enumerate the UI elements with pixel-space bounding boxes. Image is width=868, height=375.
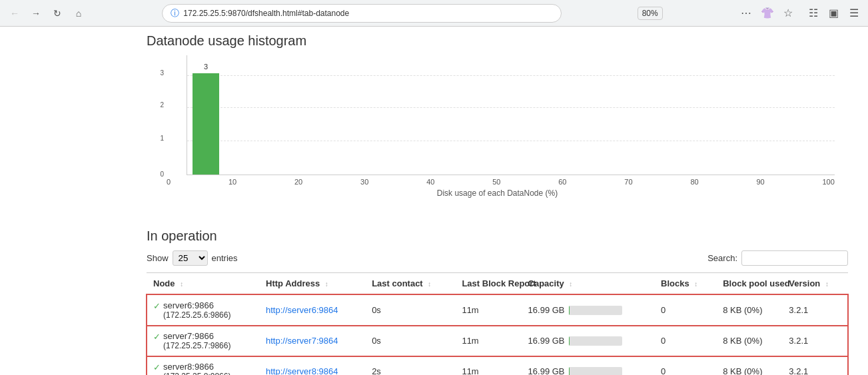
node-ip-2: (172.25.25.8:9866) — [163, 372, 230, 375]
sort-icon-node: ↕ — [180, 280, 183, 288]
chart-area: 3 — [187, 55, 835, 175]
table-controls: Show 10 25 50 100 entries Search: — [147, 250, 848, 266]
cell-contact-0: 0s — [365, 294, 455, 326]
capacity-number-2: 16.99 GB — [528, 366, 565, 375]
search-label: Search: — [707, 253, 737, 263]
table-body: ✓ server6:9866 (172.25.25.6:9866) http:/… — [147, 294, 848, 375]
http-link-1[interactable]: http://server7:9864 — [266, 336, 338, 346]
status-icon-2: ✓ — [153, 362, 161, 372]
home-button[interactable]: ⌂ — [71, 5, 87, 21]
cell-block-report-2: 11m — [455, 356, 521, 376]
cell-node-0: ✓ server6:9866 (172.25.25.6:9866) — [147, 294, 259, 326]
y-tick-1: 1 — [160, 135, 164, 142]
sort-icon-ver: ↕ — [825, 280, 829, 288]
table-row: ✓ server8:9866 (172.25.25.8:9866) http:/… — [147, 356, 848, 376]
table-wrapper: Node ↕ Http Address ↕ Last contact ↕ Las… — [147, 272, 848, 375]
entries-suffix: entries — [212, 253, 238, 263]
http-link-0[interactable]: http://server6:9864 — [266, 305, 338, 315]
col-last-contact[interactable]: Last contact ↕ — [365, 273, 455, 295]
y-tick-3: 3 — [160, 69, 164, 77]
menu-icon[interactable]: ☰ — [847, 5, 861, 21]
cell-capacity-2: 16.99 GB — [522, 356, 654, 376]
reload-button[interactable]: ↻ — [49, 5, 65, 21]
node-name-0: server6:9866 — [163, 300, 230, 310]
histogram-container: 0 1 2 3 3 0 10 20 30 40 — [147, 55, 848, 202]
http-link-2[interactable]: http://server8:9864 — [266, 366, 338, 375]
node-ip-0: (172.25.25.6:9866) — [163, 310, 230, 320]
library-icon[interactable]: ☷ — [806, 5, 821, 21]
browser-actions: ⋯ 👚 ☆ — [738, 5, 795, 21]
cell-capacity-1: 16.99 GB — [522, 326, 654, 356]
sort-icon-http: ↕ — [325, 280, 328, 288]
sort-icon-cap: ↕ — [569, 280, 572, 288]
table-row: ✓ server6:9866 (172.25.25.6:9866) http:/… — [147, 294, 848, 326]
cell-pool-0: 8 KB (0%) — [716, 294, 782, 326]
search-control: Search: — [707, 250, 848, 266]
cell-version-0: 3.2.1 — [782, 294, 848, 326]
col-capacity[interactable]: Capacity ↕ — [522, 273, 654, 295]
show-label: Show — [147, 253, 169, 263]
node-name-2: server8:9866 — [163, 362, 230, 372]
capacity-bar-fill-1 — [569, 336, 570, 346]
capacity-bar-bg-0 — [569, 306, 622, 315]
page-content: Datanode usage histogram 0 1 2 3 3 — [0, 27, 868, 375]
address-bar: ⓘ 172.25.25.5:9870/dfshealth.html#tab-da… — [162, 4, 562, 23]
url-text: 172.25.25.5:9870/dfshealth.html#tab-data… — [183, 9, 349, 18]
col-node[interactable]: Node ↕ — [147, 273, 259, 295]
in-operation-title: In operation — [147, 222, 848, 244]
cell-block-report-0: 11m — [455, 294, 521, 326]
cell-blocks-0: 0 — [654, 294, 716, 326]
cell-pool-1: 8 KB (0%) — [716, 326, 782, 356]
bookmark-button[interactable]: ☆ — [781, 5, 795, 21]
forward-button[interactable]: → — [28, 5, 44, 21]
x-axis-labels: 0 10 20 30 40 50 60 70 80 90 100 — [167, 178, 835, 186]
pocket-button[interactable]: 👚 — [758, 5, 777, 21]
capacity-bar-fill-2 — [569, 367, 570, 376]
col-pool[interactable]: Block pool used ↕ — [716, 273, 782, 295]
y-tick-0: 0 — [160, 171, 164, 178]
col-version[interactable]: Version ↕ — [782, 273, 848, 295]
tabs-icon[interactable]: ▣ — [826, 5, 841, 21]
cell-node-2: ✓ server8:9866 (172.25.25.8:9866) — [147, 356, 259, 376]
more-button[interactable]: ⋯ — [738, 5, 754, 21]
bar-value: 3 — [193, 63, 219, 71]
cell-version-2: 3.2.1 — [782, 356, 848, 376]
cell-pool-2: 8 KB (0%) — [716, 356, 782, 376]
cell-contact-1: 0s — [365, 326, 455, 356]
histogram-title: Datanode usage histogram — [147, 27, 848, 49]
col-blocks[interactable]: Blocks ↕ — [654, 273, 716, 295]
cell-node-1: ✓ server7:9866 (172.25.25.7:9866) — [147, 326, 259, 356]
capacity-bar-bg-2 — [569, 367, 622, 376]
browser-chrome: ← → ↻ ⌂ ⓘ 172.25.25.5:9870/dfshealth.htm… — [0, 0, 868, 27]
cell-capacity-0: 16.99 GB — [522, 294, 654, 326]
right-icons: ☷ ▣ ☰ — [806, 5, 861, 21]
y-tick-2: 2 — [160, 101, 164, 109]
entries-select[interactable]: 10 25 50 100 — [173, 250, 208, 266]
cell-version-1: 3.2.1 — [782, 326, 848, 356]
capacity-bar-bg-1 — [569, 336, 622, 346]
cell-http-2: http://server8:9864 — [259, 356, 365, 376]
status-icon-1: ✓ — [153, 332, 161, 342]
search-input[interactable] — [741, 250, 848, 266]
table-row: ✓ server7:9866 (172.25.25.7:9866) http:/… — [147, 326, 848, 356]
capacity-number-0: 16.99 GB — [528, 305, 565, 315]
col-http[interactable]: Http Address ↕ — [259, 273, 365, 295]
status-icon-0: ✓ — [153, 301, 161, 311]
table-header: Node ↕ Http Address ↕ Last contact ↕ Las… — [147, 273, 848, 295]
cell-http-1: http://server7:9864 — [259, 326, 365, 356]
node-name-1: server7:9866 — [163, 331, 230, 341]
cell-blocks-1: 0 — [654, 326, 716, 356]
back-button[interactable]: ← — [7, 5, 23, 21]
in-operation: In operation Show 10 25 50 100 entries S… — [147, 222, 848, 375]
histogram-bar: 3 — [193, 73, 219, 175]
cell-http-0: http://server6:9864 — [259, 294, 365, 326]
sort-icon-blocks: ↕ — [694, 280, 697, 288]
col-last-block[interactable]: Last Block Report ↕ — [455, 273, 521, 295]
capacity-bar-fill-0 — [569, 306, 570, 315]
cell-contact-2: 2s — [365, 356, 455, 376]
data-table: Node ↕ Http Address ↕ Last contact ↕ Las… — [147, 272, 848, 375]
cell-block-report-1: 11m — [455, 326, 521, 356]
cell-blocks-2: 0 — [654, 356, 716, 376]
capacity-number-1: 16.99 GB — [528, 336, 565, 346]
x-axis-title: Disk usage of each DataNode (%) — [147, 188, 848, 198]
